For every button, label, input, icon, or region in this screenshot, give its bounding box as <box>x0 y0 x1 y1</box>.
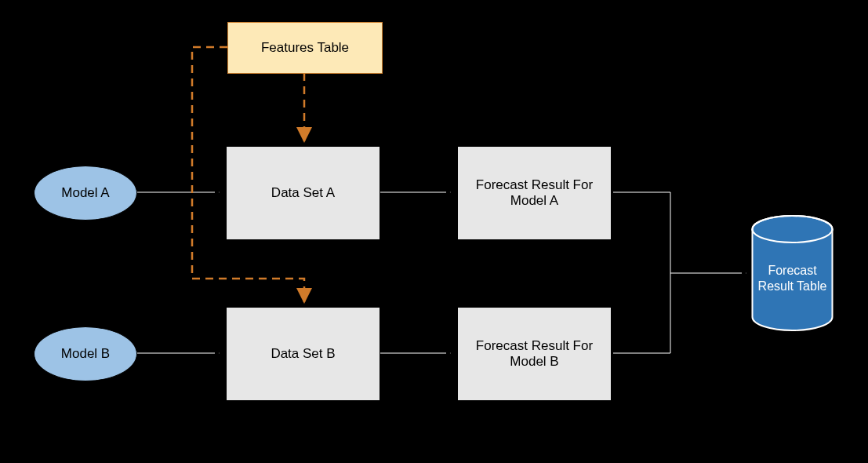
model-b-ellipse: Model B <box>34 326 137 381</box>
forecast-a-box: Forecast Result For Model A <box>457 146 612 240</box>
edges-layer <box>0 0 868 463</box>
forecast-result-cylinder: Forecast Result Table <box>751 215 833 331</box>
forecast-result-table-label: Forecast Result Table <box>751 263 833 294</box>
dataset-b-box: Data Set B <box>226 307 380 401</box>
dataset-a-box: Data Set A <box>226 146 380 240</box>
model-b-label: Model B <box>61 346 110 362</box>
model-a-label: Model A <box>61 185 109 201</box>
features-table-label: Features Table <box>261 40 349 56</box>
edge-forecastB-merge <box>613 273 670 353</box>
dataset-a-label: Data Set A <box>271 185 335 201</box>
dataset-b-label: Data Set B <box>271 346 335 362</box>
forecast-b-label: Forecast Result For Model B <box>458 338 611 370</box>
features-table-box: Features Table <box>227 22 383 74</box>
model-a-ellipse: Model A <box>34 166 137 221</box>
forecast-a-label: Forecast Result For Model A <box>458 177 611 209</box>
forecast-b-box: Forecast Result For Model B <box>457 307 612 401</box>
edge-forecastA-merge <box>613 192 670 273</box>
